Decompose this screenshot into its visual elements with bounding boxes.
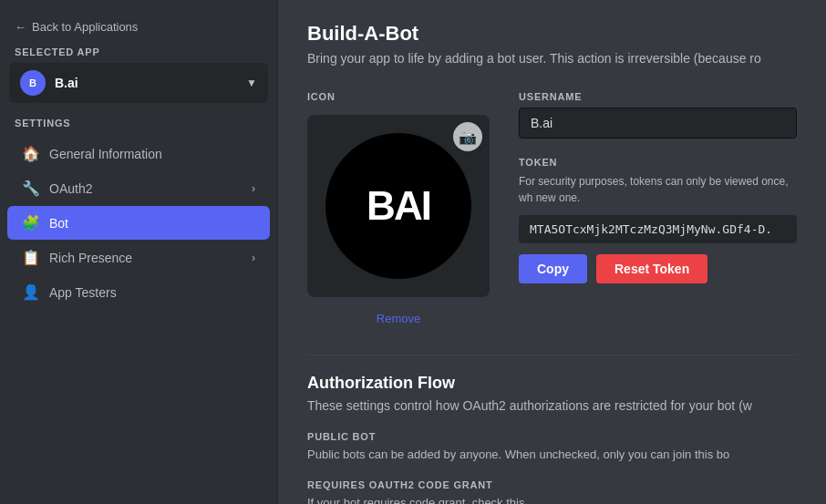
auth-flow-title: Authorization Flow (307, 374, 797, 393)
app-selector-left: B B.ai (20, 70, 78, 96)
sidebar-item-general-information[interactable]: 🏠General Information (7, 137, 270, 170)
avatar: B (20, 70, 46, 96)
bot-icon: 🧩 (22, 214, 40, 231)
page-title: Build-A-Bot (307, 22, 797, 46)
add-icon-badge[interactable]: 📷 (453, 122, 482, 151)
token-note: For security purposes, tokens can only b… (519, 173, 797, 206)
chevron-down-icon: ▼ (246, 77, 257, 89)
copy-button[interactable]: Copy (519, 254, 587, 283)
chevron-right-icon: › (252, 252, 255, 264)
chevron-right-icon: › (252, 182, 255, 195)
selected-app-label: SELECTED APP (0, 46, 277, 63)
icon-upload-box[interactable]: BAI 📷 (307, 115, 490, 297)
app-testers-icon: 👤 (22, 283, 40, 301)
public-bot-desc: Public bots can be added by anyone. When… (307, 447, 797, 461)
public-bot-row: PUBLIC BOT Public bots can be added by a… (307, 431, 797, 461)
main-content: Build-A-Bot Bring your app to life by ad… (278, 0, 826, 504)
sidebar-item-app-testers[interactable]: 👤App Testers (7, 275, 270, 309)
app-selector[interactable]: B B.ai ▼ (9, 63, 268, 103)
token-buttons: Copy Reset Token (519, 254, 797, 283)
rich-presence-icon: 📋 (22, 249, 40, 266)
token-section: TOKEN For security purposes, tokens can … (519, 157, 797, 283)
token-value: MTA5OTcxMjk2MTczMzQ3MjMyNw.GDf4-D. (519, 215, 797, 243)
bot-avatar-circle: BAI (325, 133, 471, 279)
public-bot-label: PUBLIC BOT (307, 431, 797, 442)
username-group: USERNAME (519, 91, 797, 139)
token-label: TOKEN (519, 157, 797, 168)
sidebar: ← Back to Applications SELECTED APP B B.… (0, 0, 278, 504)
back-to-applications-link[interactable]: ← Back to Applications (0, 15, 277, 46)
icon-label: ICON (307, 91, 490, 102)
settings-label: SETTINGS (0, 118, 277, 136)
sidebar-item-bot[interactable]: 🧩Bot (7, 206, 270, 240)
add-photo-icon: 📷 (459, 129, 477, 146)
username-token-section: USERNAME TOKEN For security purposes, to… (519, 91, 797, 325)
sidebar-item-label-rich-presence: Rich Presence (49, 251, 132, 265)
sidebar-item-oauth2[interactable]: 🔧OAuth2› (7, 171, 270, 205)
bot-form: ICON BAI 📷 Remove USERNAME TOKEN For sec… (307, 91, 797, 325)
sidebar-item-label-general-information: General Information (49, 147, 162, 161)
page-subtitle: Bring your app to life by adding a bot u… (307, 51, 797, 66)
requires-oauth2-row: REQUIRES OAUTH2 CODE GRANT If your bot r… (307, 479, 797, 504)
requires-oauth2-label: REQUIRES OAUTH2 CODE GRANT (307, 479, 797, 490)
sidebar-item-label-app-testers: App Testers (49, 285, 117, 300)
auth-flow-desc: These settings control how OAuth2 author… (307, 398, 797, 413)
back-label: Back to Applications (32, 20, 138, 34)
requires-oauth2-desc: If your bot requires code grant, check t… (307, 496, 797, 504)
nav-items: 🏠General Information🔧OAuth2›🧩Bot📋Rich Pr… (0, 136, 277, 310)
back-arrow-icon: ← (15, 20, 26, 34)
app-name: B.ai (55, 76, 78, 90)
sidebar-item-rich-presence[interactable]: 📋Rich Presence› (7, 241, 270, 274)
username-label: USERNAME (519, 91, 797, 102)
reset-token-button[interactable]: Reset Token (596, 254, 707, 283)
username-field[interactable] (519, 108, 797, 139)
oauth2-icon: 🔧 (22, 180, 40, 197)
section-divider (307, 355, 797, 355)
icon-section: ICON BAI 📷 Remove (307, 91, 490, 325)
remove-link[interactable]: Remove (307, 312, 490, 325)
bot-avatar-text: BAI (367, 183, 430, 229)
general-information-icon: 🏠 (22, 145, 40, 162)
sidebar-item-label-oauth2: OAuth2 (49, 181, 92, 196)
sidebar-item-label-bot: Bot (49, 216, 68, 231)
